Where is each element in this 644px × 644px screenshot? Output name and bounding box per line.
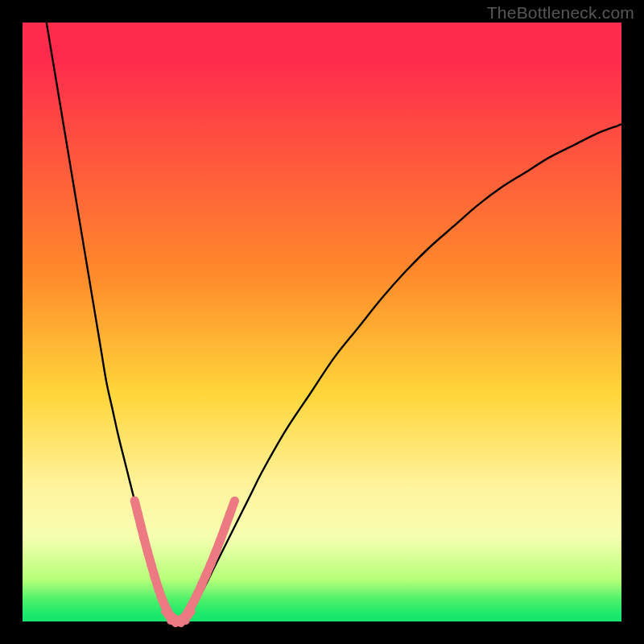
bottleneck-curve [47, 23, 621, 621]
curve-layer [23, 23, 621, 621]
watermark-text: TheBottleneck.com [487, 3, 634, 23]
marker-bead [229, 501, 234, 514]
curve-path [47, 23, 621, 621]
chart-frame: TheBottleneck.com [0, 0, 644, 644]
marker-cluster [134, 501, 234, 623]
plot-area [23, 23, 621, 621]
